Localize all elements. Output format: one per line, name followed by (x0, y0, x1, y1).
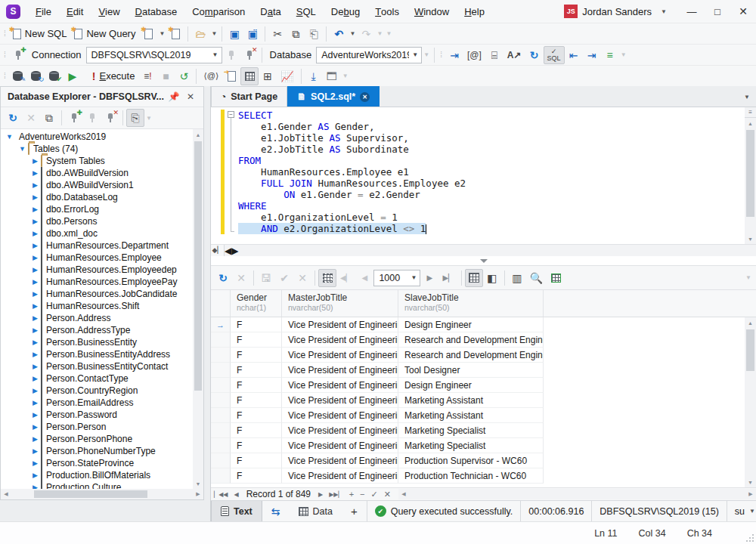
chevron-right-icon[interactable]: ▶ (31, 435, 39, 443)
redo-dropdown[interactable]: ▼ (375, 25, 384, 43)
tab-data[interactable]: Data (290, 501, 342, 522)
menu-help[interactable]: Help (457, 0, 492, 23)
results-splitter[interactable] (211, 256, 756, 265)
sql-editor[interactable]: − SELECT e1.Gender AS Gender, e1.JobTitl… (211, 107, 756, 244)
scroll-down-icon[interactable]: ▼ (193, 478, 203, 489)
tree-item[interactable]: ▶dbo.xml_doc (1, 227, 193, 240)
explorer-new-connection-button[interactable]: ✚ (65, 109, 83, 127)
tree-item[interactable]: ▶Production.Culture (1, 481, 193, 489)
grid-horizontal-scrollbar[interactable]: ◀ ▶ (398, 489, 756, 499)
scroll-up-icon[interactable]: ▲ (193, 129, 203, 140)
chevron-right-icon[interactable]: ▶ (31, 181, 39, 189)
tree-vertical-scrollbar[interactable]: ▲ ▼ (193, 129, 203, 489)
edit-parameters-button[interactable]: ⟨@⟩ (200, 67, 222, 85)
chevron-right-icon[interactable]: ▶ (31, 206, 39, 213)
append-record-button[interactable]: + (346, 490, 357, 499)
grid-cell[interactable]: F (231, 438, 282, 453)
grid-view-button[interactable] (465, 269, 483, 287)
grid-cell[interactable]: Design Engineer (398, 317, 544, 332)
new-query-button[interactable]: ✱ New Query (70, 25, 139, 43)
paging-mode-button[interactable] (318, 269, 336, 287)
check-database-button[interactable]: ✔ (45, 67, 64, 85)
table-row[interactable]: FVice President of EngineeringResearch a… (211, 332, 756, 348)
tree-item[interactable]: ▶Person.EmailAddress (1, 397, 193, 409)
scroll-left-icon[interactable]: ◀ (225, 246, 231, 256)
grid-cell[interactable]: F (231, 468, 282, 484)
grid-cell[interactable]: Vice President of Engineering (282, 363, 398, 378)
explorer-duplicate-button[interactable]: ⧉ (40, 109, 58, 127)
grid-cell[interactable]: Marketing Specialist (398, 423, 544, 438)
database-combo[interactable]: AdventureWorks2019▼ (316, 47, 422, 63)
grid-cell[interactable]: F (231, 317, 282, 332)
card-view-button[interactable]: ◧ (483, 269, 501, 287)
resize-grip[interactable] (746, 534, 754, 542)
grid-cell[interactable]: Tool Designer (398, 363, 544, 378)
tree-item[interactable]: ▶Person.BusinessEntity (1, 336, 193, 348)
tree-item[interactable]: ▶Person.PersonPhone (1, 433, 193, 445)
chevron-right-icon[interactable]: ▶ (31, 423, 39, 431)
tree-item[interactable]: ▶Person.ContactType (1, 372, 193, 385)
code-line[interactable]: FULL JOIN HumanResources.Employee e2 (211, 178, 744, 189)
tree-item[interactable]: ▶Person.CountryRegion (1, 385, 193, 397)
grid-cell[interactable]: Vice President of Engineering (282, 408, 398, 423)
tree-item[interactable]: ▶Person.BusinessEntityAddress (1, 348, 193, 360)
tree-item[interactable]: ▶HumanResources.Shift (1, 300, 193, 312)
grid-cell[interactable]: Vice President of Engineering (282, 453, 398, 468)
scroll-right-icon[interactable]: ▶ (745, 491, 756, 497)
code-line[interactable]: e2.JobTitle AS Subordinate (211, 144, 744, 155)
column-header-slavejobtitle[interactable]: SlaveJobTitlenvarchar(50) (398, 290, 544, 317)
grid-cell[interactable]: Vice President of Engineering (282, 332, 398, 348)
row-header[interactable] (211, 393, 231, 408)
grid-cell[interactable]: Production Technician - WC60 (398, 468, 544, 484)
chevron-right-icon[interactable]: ▶ (31, 169, 39, 177)
explorer-disconnect-button[interactable]: ✕ (101, 109, 119, 127)
toolbar-grip[interactable]: ⁞ (2, 51, 9, 59)
menu-window[interactable]: Window (407, 0, 457, 23)
apply-changes-button[interactable]: ✔ (275, 269, 293, 287)
disconnect-button[interactable]: ✕ (240, 46, 259, 64)
chevron-right-icon[interactable]: ▶ (31, 338, 39, 346)
toolbar-grip[interactable]: ⁞ (438, 51, 445, 59)
results-cancel-button[interactable]: ✕ (232, 269, 250, 287)
grid-cell[interactable]: Vice President of Engineering (282, 438, 398, 453)
scroll-left-icon[interactable]: ◀ (1, 491, 11, 497)
export-data-button[interactable]: ⤓ (305, 67, 323, 85)
grid-cell[interactable]: Design Engineer (398, 378, 544, 393)
last-page-button[interactable]: ▶▏ (438, 269, 457, 287)
menu-data[interactable]: Data (253, 0, 288, 23)
chevron-right-icon[interactable]: ▶ (31, 302, 39, 310)
close-panel-button[interactable]: ✕ (182, 91, 199, 102)
undo-dropdown[interactable]: ▼ (348, 25, 357, 43)
scroll-up-icon[interactable]: ▲ (745, 317, 756, 328)
execute-script-button[interactable]: ≡! (138, 67, 156, 85)
redo-button[interactable]: ↷ (357, 25, 375, 43)
row-header[interactable] (211, 438, 231, 453)
chevron-right-icon[interactable]: ▶ (31, 411, 39, 419)
chevron-down-icon[interactable]: ▼ (5, 133, 14, 141)
chevron-right-icon[interactable]: ▶ (31, 254, 39, 261)
next-record-button[interactable]: ▶ (315, 491, 326, 498)
fold-collapse-icon[interactable]: − (228, 111, 234, 118)
tree-item[interactable]: ▶dbo.ErrorLog (1, 203, 193, 215)
new-connection-button[interactable]: ✚ (9, 46, 27, 64)
menu-database[interactable]: Database (128, 0, 185, 23)
explorer-connect-button[interactable] (83, 109, 101, 127)
explorer-delete-button[interactable]: ✕ (22, 109, 40, 127)
refresh-database-button[interactable]: ↻ (27, 67, 45, 85)
row-header[interactable] (211, 408, 231, 423)
pivot-chart-button[interactable]: 📈 (277, 67, 297, 85)
column-header-masterjobtitle[interactable]: MasterJobTitlenvarchar(50) (282, 290, 398, 317)
cut-button[interactable]: ✂ (268, 25, 287, 43)
tree-item[interactable]: ▶dbo.DatabaseLog (1, 191, 193, 203)
tab-list-dropdown[interactable]: ▼ (744, 94, 756, 107)
grid-cell[interactable]: F (231, 378, 282, 393)
tree-item[interactable]: ▼Tables (74) (1, 143, 193, 155)
validate-sql-button[interactable]: ✓SQL (544, 46, 565, 64)
row-header[interactable] (211, 423, 231, 438)
grid-cell[interactable]: Marketing Assistant (398, 393, 544, 408)
grid-cell[interactable]: F (231, 348, 282, 363)
table-row[interactable]: FVice President of EngineeringProduction… (211, 468, 756, 484)
grid-cell[interactable]: Vice President of Engineering (282, 378, 398, 393)
chevron-right-icon[interactable]: ▶ (31, 459, 39, 467)
stop-button[interactable]: ■ (156, 67, 175, 85)
